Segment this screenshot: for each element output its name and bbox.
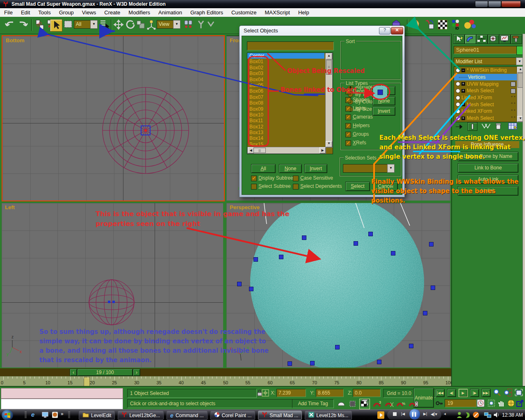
checker-material-icon[interactable] bbox=[437, 19, 448, 31]
checkbox-groups[interactable]: ✓ bbox=[345, 132, 351, 137]
add-time-tag[interactable]: Add Time Tag bbox=[292, 399, 334, 408]
stack-item-linked-xform[interactable]: Linked XForm+ + bbox=[454, 108, 517, 115]
zoom-extents-icon[interactable] bbox=[514, 388, 523, 397]
checkbox-display-subtree[interactable]: ✓ bbox=[251, 176, 257, 181]
transform-gizmo-icon[interactable] bbox=[146, 19, 157, 31]
script-listener-field[interactable] bbox=[1, 399, 123, 409]
visibility-bulb-icon[interactable] bbox=[456, 82, 460, 86]
visibility-bulb-icon[interactable] bbox=[456, 89, 460, 93]
vertex-marker[interactable] bbox=[237, 282, 242, 286]
tab-motion[interactable] bbox=[488, 34, 499, 44]
start-button[interactable] bbox=[2, 410, 13, 420]
vertex-marker[interactable] bbox=[302, 235, 306, 240]
volume-icon[interactable]: ◀)▾ bbox=[431, 412, 437, 416]
quicklaunch-grip[interactable] bbox=[25, 411, 27, 419]
percent-snap-icon[interactable]: % bbox=[396, 400, 406, 408]
clock[interactable]: 12:38 AM bbox=[502, 412, 523, 418]
vertex-marker[interactable] bbox=[423, 311, 427, 315]
visibility-bulb-icon[interactable] bbox=[456, 102, 460, 107]
stop-icon[interactable] bbox=[393, 412, 397, 416]
arc-rotate-icon[interactable] bbox=[507, 399, 515, 407]
vertex-marker[interactable] bbox=[391, 251, 395, 256]
menu-maxscript[interactable]: MAXScript bbox=[261, 9, 294, 16]
time-config-icon[interactable] bbox=[477, 399, 485, 407]
panel-scrollbar[interactable] bbox=[523, 34, 525, 387]
media-quicklaunch-icon[interactable] bbox=[52, 411, 58, 418]
x-coordinate-field[interactable]: 7.239 bbox=[276, 389, 306, 397]
current-frame-field[interactable]: 19 bbox=[445, 399, 477, 407]
z-coordinate-field[interactable]: 0.0 bbox=[353, 389, 381, 397]
expand-icon[interactable]: + bbox=[461, 89, 465, 93]
move-icon[interactable] bbox=[113, 19, 124, 31]
dotted-cube-icon[interactable] bbox=[349, 400, 357, 407]
bag-tool-icon[interactable] bbox=[410, 19, 421, 31]
tab-modify[interactable] bbox=[465, 34, 476, 44]
stack-item-uvw-mapping[interactable]: +UVW Mapping bbox=[454, 80, 517, 87]
title-bar[interactable]: Small Mad Cat Super Weapon.gmax - RenX -… bbox=[0, 0, 525, 8]
taskband-grip[interactable] bbox=[68, 411, 70, 419]
expand-icon[interactable]: + bbox=[461, 82, 465, 86]
align-icon[interactable] bbox=[206, 19, 217, 31]
selection-region-icon[interactable] bbox=[63, 19, 74, 31]
ie-quicklaunch-icon[interactable]: e bbox=[31, 411, 34, 418]
absolute-mode-icon[interactable] bbox=[262, 389, 269, 397]
material-id-icon[interactable]: ID bbox=[450, 19, 461, 31]
undo-icon[interactable] bbox=[5, 19, 16, 31]
previous-icon[interactable]: |◀ bbox=[401, 412, 405, 416]
close-icon[interactable]: ✕ bbox=[391, 27, 403, 34]
show-end-result-button[interactable] bbox=[468, 122, 477, 131]
taskbar-button-leveledit[interactable]: LevelEdit bbox=[79, 411, 115, 420]
stack-item-mesh-select[interactable]: +Mesh Select bbox=[454, 87, 517, 94]
selection-sets-combo[interactable]: ▼ bbox=[343, 164, 395, 173]
vertex-marker[interactable] bbox=[368, 232, 373, 236]
none-button[interactable]: None bbox=[279, 164, 302, 173]
invert-button[interactable]: Invert bbox=[304, 164, 327, 173]
visibility-bulb-icon[interactable] bbox=[456, 116, 460, 121]
select-and-link-icon[interactable] bbox=[34, 19, 45, 31]
list-item[interactable]: Box08 bbox=[247, 100, 324, 106]
tray-expand-chevron[interactable]: ◂ bbox=[444, 411, 446, 416]
list-hscrollbar[interactable]: ◀ ||| ▶ bbox=[247, 147, 326, 154]
menu-edit[interactable]: Edit bbox=[17, 9, 34, 16]
list-item[interactable]: Box13 bbox=[247, 130, 324, 135]
menu-file[interactable]: File bbox=[0, 9, 17, 16]
network-tray-icon[interactable] bbox=[484, 411, 491, 418]
zoom-icon[interactable] bbox=[493, 388, 501, 397]
menu-graph-editors[interactable]: Graph Editors bbox=[186, 9, 227, 16]
material-balls-icon[interactable] bbox=[463, 19, 477, 31]
bones-tool-icon[interactable] bbox=[424, 19, 435, 31]
tab-utilities[interactable] bbox=[511, 34, 522, 44]
taskbar-button-corel-paint-[interactable]: Corel Paint ... bbox=[210, 411, 256, 420]
show-desktop-icon[interactable] bbox=[42, 412, 49, 418]
menu-tools[interactable]: Tools bbox=[34, 9, 55, 16]
stack-item-vertices[interactable]: Vertices bbox=[454, 74, 517, 81]
minimize-button[interactable] bbox=[475, 1, 488, 7]
next-frame-button[interactable]: |▶ bbox=[470, 389, 479, 397]
frame-back-button[interactable]: ‹ bbox=[70, 369, 77, 376]
list-item[interactable]: Box12 bbox=[247, 124, 324, 130]
tab-display[interactable] bbox=[499, 34, 511, 44]
viewport-bottom[interactable]: Bottom z x y bbox=[2, 35, 225, 201]
object-name-field[interactable]: Sphere01 bbox=[454, 46, 517, 54]
spinner-snap-icon[interactable] bbox=[409, 400, 418, 408]
stack-item-linked-xform[interactable]: Linked XForm+ + bbox=[454, 94, 517, 101]
checkbox-xrefs[interactable]: ✓ bbox=[345, 140, 351, 146]
volume-tray-icon[interactable] bbox=[493, 411, 500, 418]
list-item[interactable]: Box14 bbox=[247, 135, 324, 141]
region-zoom-icon[interactable] bbox=[487, 399, 495, 407]
list-item[interactable]: Box09 bbox=[247, 106, 324, 112]
modifier-stack[interactable]: −* WWSkin BindingVertices+UVW Mapping+Me… bbox=[454, 66, 518, 122]
time-slider[interactable] bbox=[84, 377, 90, 386]
make-unique-icon[interactable] bbox=[481, 123, 491, 130]
checkbox-shapes[interactable]: ✓ bbox=[345, 97, 351, 103]
visibility-bulb-icon[interactable] bbox=[456, 109, 460, 114]
close-button[interactable] bbox=[501, 1, 521, 7]
visibility-bulb-icon[interactable] bbox=[456, 68, 460, 73]
pan-hand-icon[interactable] bbox=[497, 399, 505, 407]
invert-types-button[interactable]: Invert bbox=[372, 107, 395, 116]
rotate-icon[interactable] bbox=[125, 19, 135, 31]
green-tray-icon[interactable] bbox=[464, 411, 471, 418]
vertex-marker[interactable] bbox=[279, 255, 283, 259]
checkbox-lights[interactable]: ✓ bbox=[345, 106, 351, 112]
snap-3d-icon[interactable]: 3 bbox=[372, 400, 382, 408]
